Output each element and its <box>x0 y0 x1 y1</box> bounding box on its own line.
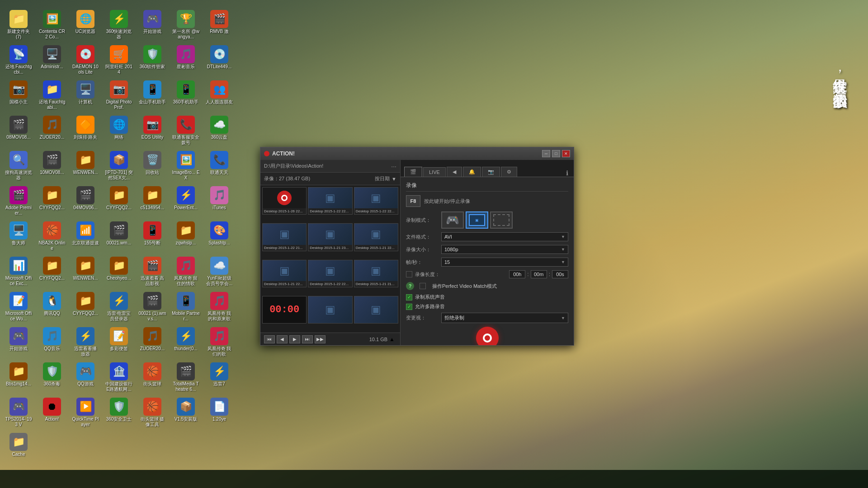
record-button[interactable] <box>476 327 499 345</box>
desktop-icon-mobile-partner[interactable]: 📱 Mobile Partner... <box>171 290 201 324</box>
desktop-icon-xunlei[interactable]: ⚡ 迅雷看看播 放器 <box>71 325 100 359</box>
desktop-icon-computer[interactable]: 🖥️ 计算机 <box>71 79 100 112</box>
desktop-icon-beijing[interactable]: 📶 北京联通提速 <box>71 220 100 253</box>
desktop-icon-duocai[interactable]: 📝 多彩便签 <box>104 325 134 359</box>
tab-video[interactable]: 🎬 <box>404 167 422 177</box>
desktop-icon-totalmedia[interactable]: 🎬 TotalMedia Theatre 6... <box>171 361 201 394</box>
desktop-icon-cyyfqq2[interactable]: 📁 CYYFQQ2... <box>37 184 67 218</box>
help-icon[interactable]: ? <box>406 282 414 290</box>
desktop-icon-first-place[interactable]: 🏆 第一名所 @wangya... <box>171 8 201 42</box>
desktop-icon-00021b[interactable]: 🎬 00021 (1).wmv.s... <box>137 290 167 324</box>
desktop-icon-tencentqq[interactable]: 🐧 腾讯QQ <box>37 290 67 324</box>
desktop-icon-dtlite[interactable]: 💿 DTLite449... <box>204 43 234 77</box>
desktop-icon-cyyfqq2b[interactable]: 📁 CYYFQQ2... <box>104 184 134 218</box>
fps-select[interactable]: 15 ▼ <box>441 258 568 267</box>
gallery-sort[interactable]: 按日期 ▼ <box>375 175 396 182</box>
desktop-icon-rmvb[interactable]: 🎬 RMVB 激 <box>204 8 234 42</box>
desktop-icon-poweredit[interactable]: ⚡ PowerEnt... <box>171 184 201 218</box>
desktop-icon-cheohyeo[interactable]: 📁 Cheohyeo... <box>104 255 134 288</box>
desktop-icon-wenwen[interactable]: 📁 WENWEN... <box>71 149 100 183</box>
multi-audio-checkbox[interactable]: ✓ <box>406 304 412 310</box>
desktop-icon-360-speed[interactable]: ⚡ 360快速浏览器 <box>104 8 134 42</box>
nav-play-button[interactable]: ▶ <box>289 335 300 343</box>
desktop-icon-kaishiyouxi[interactable]: 🎮 开始游戏 <box>4 325 33 359</box>
desktop-icon-fenghuang[interactable]: 🎵 凤凰传奇 留住的情歌 <box>171 255 201 288</box>
desktop-icon-recyclebin[interactable]: 🗑️ 回收站 <box>137 149 167 183</box>
desktop-icon-wenwen2[interactable]: 📁 WENWEN... <box>71 255 100 288</box>
video-thumb-1[interactable]: Desktop 2015-1-22 22... <box>308 187 352 215</box>
desktop-icon-guomo[interactable]: 📷 国模小主 <box>4 79 33 112</box>
desktop-icon-digital-photo[interactable]: 📷 Digital Photo Prof. <box>104 79 134 112</box>
maximize-button[interactable]: □ <box>552 150 560 157</box>
video-thumb-8[interactable]: Desktop 2015-1-21 21... <box>354 260 398 287</box>
desktop-icon-cyyfqq2c[interactable]: 📁 CYYFQQ2... <box>37 255 67 288</box>
close-button[interactable]: ✕ <box>562 150 570 157</box>
resolution-select[interactable]: 1080p ▼ <box>441 245 568 254</box>
desktop-icon-jielan[interactable]: 🏀 街头篮球 <box>137 361 167 394</box>
region-mode-button[interactable] <box>490 211 513 229</box>
tab-bell[interactable]: 🔔 <box>463 167 481 177</box>
desktop-icon-quicktime[interactable]: ▶️ QuickTime Player <box>71 396 100 429</box>
desktop-icon-network[interactable]: 🌐 网络 <box>104 114 134 147</box>
desktop-icon-jinshan[interactable]: 📱 金山手机助手 <box>137 79 167 112</box>
desktop-icon-360kill[interactable]: 🛡️ 360杀毒 <box>37 361 67 394</box>
desktop-icon-zuoer20[interactable]: 🎵 ZUOER20... <box>37 114 67 147</box>
desktop-icon-360-soft[interactable]: 🛡️ 360软件管家 <box>137 43 167 77</box>
video-thumb-3[interactable]: Desktop 2015-1-22 21... <box>262 223 307 251</box>
hours-input[interactable] <box>509 270 525 278</box>
desktop-icon-10mov[interactable]: 🎬 10MOV08... <box>37 149 67 183</box>
desktop-icon-star[interactable]: 🎵 星彬音乐 <box>171 43 201 77</box>
desktop-icon-qq-game[interactable]: 🎮 QQ游戏 <box>71 361 100 394</box>
video-thumb-10[interactable] <box>308 296 352 324</box>
video-thumb-9[interactable]: 00:00 <box>262 296 307 324</box>
desktop-icon-jietou[interactable]: 🏀 街头篮球 摄像工具 <box>137 396 167 429</box>
nav-next-button[interactable]: ⏭ <box>302 335 313 343</box>
desktop-icon-new-folder[interactable]: 📁 新建文件夹 (7) <box>4 8 33 42</box>
desktop-icon-v15[interactable]: 📦 V1.5安装版 <box>171 396 201 429</box>
desktop-icon-taobao[interactable]: 🛒 阿里旺旺 2014 <box>104 43 134 77</box>
desktop-icon-08mov[interactable]: 🎬 08MOV08... <box>4 114 33 147</box>
desktop-icon-thunder0[interactable]: ⚡ thunder(0... <box>171 325 201 359</box>
desktop-icon-zhule[interactable]: ⚡ 迅雷·电雷宝 员登录器 <box>104 290 134 324</box>
desktop-icon-cyyfqq2d[interactable]: 📁 CYYFQQ2... <box>71 290 100 324</box>
desktop-icon-game-start[interactable]: 🎮 开始游戏 <box>137 8 167 42</box>
tab-back[interactable]: ◀ <box>447 167 462 177</box>
desktop-icon-action-icon[interactable]: ⏺ Action! <box>37 396 67 429</box>
desktop-icon-c513[interactable]: 📁 c5134954... <box>137 184 167 218</box>
system-audio-checkbox[interactable]: ✓ <box>406 294 412 300</box>
file-format-select[interactable]: AVI ▼ <box>441 232 568 241</box>
desktop-icon-fenghuang3[interactable]: 🎵 凤凰传奇 我们的歌 <box>204 325 234 359</box>
desktop-icon-yunfile[interactable]: ☁️ YunFile超级 会员号学会... <box>204 255 234 288</box>
change-view-select[interactable]: 拒绝录制 ▼ <box>441 313 568 323</box>
desktop-icon-content-cr2[interactable]: 🖼️ Contenta CR2 Co... <box>37 8 67 42</box>
tab-live[interactable]: LIVE <box>423 167 446 177</box>
desktop-icon-faught2[interactable]: 📁 还地 Fauchtgabi... <box>37 79 67 112</box>
desktop-icon-360yun[interactable]: ☁️ 360云盘 <box>204 114 234 147</box>
desktop-icon-eos-utility[interactable]: 📷 EOS Utility <box>137 114 167 147</box>
video-thumb-2[interactable]: Desktop 2015-1-22 22... <box>354 187 398 215</box>
desktop-icon-360security[interactable]: 🛡️ 360安全卫士 <box>104 396 134 429</box>
video-thumb-4[interactable]: Desktop 2015-1-21 23... <box>308 223 352 251</box>
desktop-icon-cache[interactable]: 📁 Cache <box>4 431 33 459</box>
desktop-icon-00021[interactable]: 🎬 00021.wm... <box>104 220 134 253</box>
minutes-input[interactable] <box>531 270 547 278</box>
video-thumb-11[interactable] <box>354 296 398 324</box>
desktop-icon-v120ye[interactable]: 📄 1.20ye <box>204 396 234 429</box>
duration-checkbox[interactable] <box>406 271 412 277</box>
info-icon[interactable]: ℹ <box>566 169 568 177</box>
desktop-icon-itunes[interactable]: 🎵 iTunes <box>204 184 234 218</box>
tab-gear[interactable]: ⚙ <box>501 167 517 177</box>
hotkey-f8[interactable]: F8 <box>406 195 420 207</box>
minimize-button[interactable]: ─ <box>542 150 550 157</box>
tab-camera[interactable]: 📷 <box>482 167 500 177</box>
desktop-icon-liantongwx[interactable]: 📞 联通天天 <box>204 149 234 183</box>
desktop-icon-ms-word[interactable]: 📝 Microsoft Office Wo... <box>4 290 33 324</box>
desktop-icon-daemon[interactable]: 💿 DAEMON 10ols Lite <box>71 43 100 77</box>
desktop-icon-danzhe[interactable]: 🎬 迅速着看 高品影视 <box>137 255 167 288</box>
desktop-icon-splashtp[interactable]: 🎨 Splashtp... <box>204 220 234 253</box>
nav-prev-button[interactable]: ◀ <box>277 335 288 343</box>
desktop-icon-xunlei7[interactable]: ⚡ 迅雷7 <box>204 361 234 394</box>
screen-mode-button[interactable]: ▣ <box>466 211 488 229</box>
video-thumb-0[interactable]: Desktop 2015-1-26 22... <box>262 187 307 215</box>
video-thumb-5[interactable]: Desktop 2015-1-21 22... <box>354 223 398 251</box>
